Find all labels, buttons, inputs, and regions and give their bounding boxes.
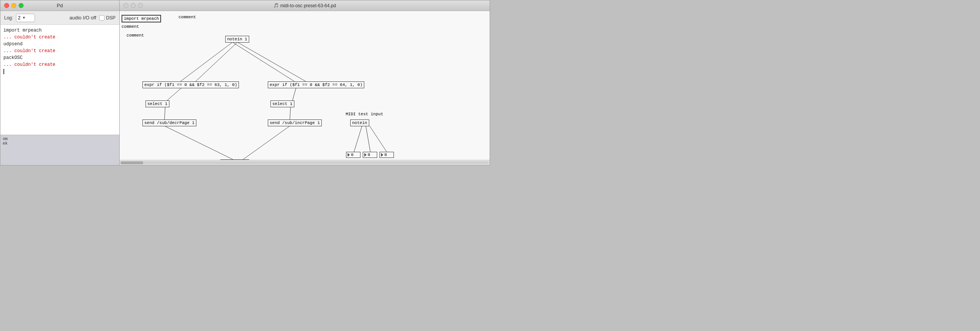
patch-scrollbar[interactable] bbox=[120, 160, 490, 165]
console-toolbar: Log: 2 ▼ audio I/O off DSP bbox=[0, 11, 119, 25]
log-select[interactable]: 2 ▼ bbox=[16, 14, 35, 22]
maximize-button[interactable] bbox=[19, 3, 24, 8]
window-controls bbox=[4, 3, 24, 8]
close-button[interactable] bbox=[4, 3, 9, 8]
scrollbar-thumb[interactable] bbox=[121, 162, 143, 165]
close-button-patch[interactable] bbox=[123, 3, 128, 8]
svg-line-5 bbox=[293, 87, 296, 101]
console-bottom-text: omek bbox=[3, 137, 117, 146]
svg-line-10 bbox=[354, 126, 362, 152]
console-cursor-line bbox=[3, 68, 116, 75]
maximize-button-patch[interactable] bbox=[138, 3, 143, 8]
comment-node-2[interactable]: comment bbox=[122, 24, 139, 29]
channel-number-box[interactable]: 0 bbox=[379, 152, 394, 158]
toolbar-right: audio I/O off DSP bbox=[70, 15, 116, 21]
svg-line-9 bbox=[243, 126, 290, 160]
audio-status: audio I/O off bbox=[70, 15, 97, 21]
pd-console-window: Pd Log: 2 ▼ audio I/O off DSP import mrp… bbox=[0, 0, 120, 165]
send-right-node[interactable]: send /sub/incrPage 1 bbox=[268, 120, 322, 126]
scrollbar-track[interactable] bbox=[121, 162, 489, 165]
dsp-label: DSP bbox=[106, 15, 116, 21]
patch-canvas[interactable]: import mrpeach comment comment comment n… bbox=[120, 11, 490, 160]
console-line: import mrpeach bbox=[3, 27, 116, 34]
note-number-box[interactable]: 0 bbox=[346, 152, 361, 158]
select-right-node[interactable]: select 1 bbox=[270, 101, 294, 107]
send-left-node[interactable]: send /sub/decrPage 1 bbox=[142, 120, 196, 126]
notein1-node[interactable]: notein 1 bbox=[225, 36, 249, 43]
file-icon: 🎵 bbox=[274, 3, 279, 8]
console-bottom: omek bbox=[0, 135, 119, 165]
velocity-number-box[interactable]: 0 bbox=[363, 152, 377, 158]
svg-line-6 bbox=[164, 107, 165, 120]
console-body: import mrpeach ... couldn't create udpse… bbox=[0, 25, 119, 135]
svg-line-3 bbox=[237, 42, 306, 82]
pd-patch-controls bbox=[123, 3, 143, 8]
pd-patch-titlebar: 🎵 midi-to-osc preset-63-64.pd bbox=[120, 0, 490, 11]
dsp-checkbox-wrap[interactable]: DSP bbox=[99, 15, 116, 21]
import-mrpeach-node[interactable]: import mrpeach bbox=[122, 15, 161, 22]
midi-comment: MIDI test input bbox=[346, 112, 383, 117]
console-line: ... couldn't create bbox=[3, 48, 116, 54]
svg-line-12 bbox=[369, 126, 387, 152]
svg-line-4 bbox=[167, 87, 182, 101]
patch-filename: midi-to-osc preset-63-64.pd bbox=[280, 3, 336, 8]
svg-line-11 bbox=[366, 126, 370, 152]
chevron-down-icon: ▼ bbox=[22, 16, 26, 20]
patch-title: 🎵 midi-to-osc preset-63-64.pd bbox=[274, 3, 336, 8]
expr-left-node[interactable]: expr if ($f1 == 0 && $f2 == 63, 1, 0) bbox=[142, 82, 239, 88]
pd-console-titlebar: Pd bbox=[0, 0, 119, 11]
log-value: 2 bbox=[18, 15, 21, 21]
pd-udpsend-node[interactable]: pd UDPSEND bbox=[220, 160, 249, 160]
svg-line-7 bbox=[290, 107, 291, 120]
console-line: ... couldn't create bbox=[3, 61, 116, 68]
svg-line-2 bbox=[232, 42, 294, 82]
dsp-checkbox[interactable] bbox=[99, 15, 105, 21]
select-left-node[interactable]: select 1 bbox=[145, 101, 169, 107]
console-title: Pd bbox=[57, 3, 63, 8]
svg-line-0 bbox=[180, 42, 232, 82]
console-line: packOSC bbox=[3, 54, 116, 61]
comment-node-3[interactable]: comment bbox=[126, 33, 144, 38]
expr-right-node[interactable]: expr if ($f1 == 0 && $f2 == 64, 1, 0) bbox=[268, 82, 364, 88]
svg-line-1 bbox=[196, 42, 237, 82]
pd-patch-window: 🎵 midi-to-osc preset-63-64.pd bbox=[120, 0, 490, 165]
console-line: ... couldn't create bbox=[3, 34, 116, 41]
minimize-button[interactable] bbox=[11, 3, 16, 8]
console-line: udpsend bbox=[3, 41, 116, 48]
comment-node-1[interactable]: comment bbox=[178, 15, 196, 19]
svg-line-8 bbox=[164, 126, 233, 160]
log-label: Log: bbox=[4, 15, 13, 21]
notein2-node[interactable]: notein bbox=[350, 120, 369, 126]
minimize-button-patch[interactable] bbox=[130, 3, 135, 8]
